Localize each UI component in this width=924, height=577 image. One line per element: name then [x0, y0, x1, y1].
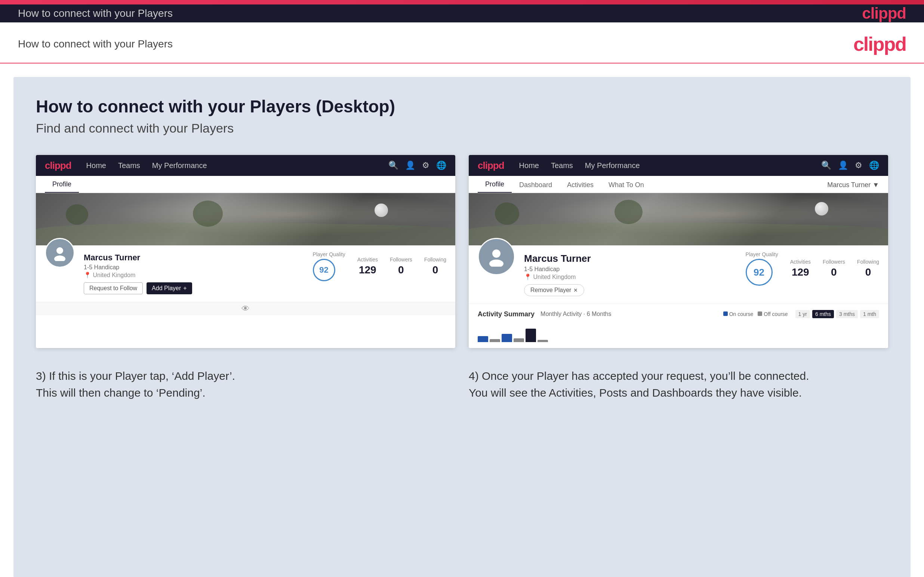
description-left: 3) If this is your Player tap, ‘Add Play… — [36, 367, 455, 401]
left-nav-performance[interactable]: My Performance — [152, 161, 207, 170]
left-profile-section: Marcus Turner 1-5 Handicap 📍 United King… — [36, 245, 455, 302]
left-nav-teams[interactable]: Teams — [118, 161, 140, 170]
main-title: How to connect with your Players (Deskto… — [36, 96, 888, 116]
remove-player-button[interactable]: Remove Player ✕ — [524, 284, 584, 296]
header-logo: clippd — [853, 33, 906, 55]
left-tab-profile[interactable]: Profile — [45, 176, 79, 193]
main-subtitle: Find and connect with your Players — [36, 121, 888, 135]
left-activities-stat: Activities 129 — [357, 256, 378, 276]
left-location: 📍 United Kingdom — [84, 271, 304, 279]
right-nav-performance[interactable]: My Performance — [585, 161, 640, 170]
right-location: 📍 United Kingdom — [524, 273, 737, 280]
right-avatar — [478, 238, 515, 275]
left-tree-2 — [193, 201, 223, 227]
left-avatar — [45, 238, 75, 268]
left-handicap: 1-5 Handicap — [84, 264, 304, 271]
right-golf-ball — [815, 202, 828, 216]
left-avatar-icon — [52, 245, 68, 261]
right-location-pin-icon: 📍 — [524, 274, 531, 280]
screenshot-right: clippd Home Teams My Performance 🔍 👤 ⚙ 🌐… — [469, 155, 888, 348]
top-bar-page-title: How to connect with your Players — [18, 8, 173, 19]
right-quality-circle: 92 — [746, 259, 773, 286]
right-tree-2 — [614, 200, 643, 224]
left-tree-1 — [66, 204, 88, 225]
right-globe-icon[interactable]: 🌐 — [869, 161, 879, 170]
search-icon[interactable]: 🔍 — [388, 161, 399, 170]
right-tab-dashboard[interactable]: Dashboard — [512, 177, 560, 193]
time-filter-1mth[interactable]: 1 mth — [860, 310, 879, 318]
right-avatar-icon — [486, 247, 506, 267]
left-golf-ball — [375, 203, 388, 217]
eye-icon: 👁 — [241, 304, 250, 314]
time-filter-3mths[interactable]: 3 mths — [836, 310, 858, 318]
close-icon: ✕ — [573, 287, 578, 293]
right-player-name: Marcus Turner — [524, 253, 737, 264]
right-user-icon[interactable]: 👤 — [838, 161, 848, 170]
right-followers-stat: Followers 0 — [823, 259, 845, 278]
right-quality-stat: Player Quality 92 — [746, 251, 778, 286]
right-activity-title: Activity Summary — [478, 310, 535, 318]
right-tab-what-to-on[interactable]: What To On — [601, 177, 651, 193]
left-quality-stat: Player Quality 92 — [313, 251, 346, 281]
right-activity-legend: On course Off course — [723, 311, 788, 317]
svg-point-3 — [489, 259, 504, 267]
svg-point-2 — [492, 250, 501, 258]
right-mini-chart — [478, 323, 879, 342]
screenshot-left: clippd Home Teams My Performance 🔍 👤 ⚙ 🌐… — [36, 155, 455, 348]
svg-point-0 — [57, 247, 63, 254]
description-right-text: 4) Once your Player has accepted your re… — [469, 370, 809, 399]
right-nav-home[interactable]: Home — [519, 161, 539, 170]
chart-bar-4 — [514, 338, 524, 342]
svg-point-1 — [54, 255, 65, 261]
right-nav-teams[interactable]: Teams — [551, 161, 573, 170]
left-followers-stat: Followers 0 — [390, 256, 412, 276]
request-to-follow-button[interactable]: Request to Follow — [84, 282, 143, 294]
location-pin-icon: 📍 — [84, 272, 91, 278]
right-tab-profile[interactable]: Profile — [478, 176, 512, 193]
screenshots-row: clippd Home Teams My Performance 🔍 👤 ⚙ 🌐… — [36, 155, 888, 348]
top-bar-logo: clippd — [862, 5, 906, 23]
on-course-legend-dot — [723, 311, 728, 316]
right-handicap: 1-5 Handicap — [524, 266, 737, 272]
right-app-navbar: clippd Home Teams My Performance 🔍 👤 ⚙ 🌐 — [469, 155, 888, 176]
left-player-name: Marcus Turner — [84, 253, 304, 263]
right-activities-stat: Activities 129 — [790, 259, 811, 278]
left-hero-image — [36, 193, 455, 245]
right-tab-activities[interactable]: Activities — [560, 177, 601, 193]
chart-bar-1 — [478, 336, 488, 342]
right-tab-player-dropdown[interactable]: Marcus Turner ▼ — [827, 177, 879, 193]
time-filter-1yr[interactable]: 1 yr — [795, 310, 810, 318]
chart-bar-5 — [525, 329, 536, 342]
right-profile-section: Marcus Turner 1-5 Handicap 📍 United King… — [469, 245, 888, 304]
left-hero-fairway — [36, 223, 455, 245]
right-search-icon[interactable]: 🔍 — [821, 161, 831, 170]
right-tree-1 — [495, 202, 519, 225]
right-following-stat: Following 0 — [857, 259, 879, 278]
time-filter-6mths[interactable]: 6 mths — [812, 310, 834, 318]
left-following-stat: Following 0 — [424, 256, 446, 276]
description-right: 4) Once your Player has accepted your re… — [469, 367, 888, 401]
left-nav-home[interactable]: Home — [86, 161, 106, 170]
add-player-button[interactable]: Add Player + — [147, 282, 192, 294]
left-app-logo: clippd — [45, 160, 71, 171]
user-icon[interactable]: 👤 — [405, 161, 415, 170]
left-app-navbar: clippd Home Teams My Performance 🔍 👤 ⚙ 🌐 — [36, 155, 455, 176]
globe-icon[interactable]: 🌐 — [436, 161, 446, 170]
settings-icon[interactable]: ⚙ — [422, 161, 430, 170]
main-content: How to connect with your Players (Deskto… — [13, 77, 911, 577]
left-app-tabs: Profile — [36, 176, 455, 193]
left-stats-row: Player Quality 92 Activities 129 Followe… — [313, 251, 446, 281]
right-time-filters: 1 yr 6 mths 3 mths 1 mth — [795, 310, 879, 318]
right-activity-summary: Activity Summary Monthly Activity · 6 Mo… — [469, 304, 888, 348]
chart-bar-2 — [489, 339, 500, 342]
right-hero-image — [469, 193, 888, 245]
right-stats-row: Player Quality 92 Activities 129 Followe… — [746, 251, 879, 286]
right-hero-fairway — [469, 223, 888, 245]
description-left-text: 3) If this is your Player tap, ‘Add Play… — [36, 370, 235, 399]
right-activity-subtitle: Monthly Activity · 6 Months — [541, 311, 611, 318]
left-screenshot-bottom: 👁 — [36, 302, 455, 315]
chart-bar-6 — [538, 340, 548, 342]
right-activity-header: Activity Summary Monthly Activity · 6 Mo… — [478, 310, 879, 318]
right-settings-icon[interactable]: ⚙ — [855, 161, 862, 170]
top-navigation-bar: How to connect with your Players clippd — [0, 5, 924, 23]
